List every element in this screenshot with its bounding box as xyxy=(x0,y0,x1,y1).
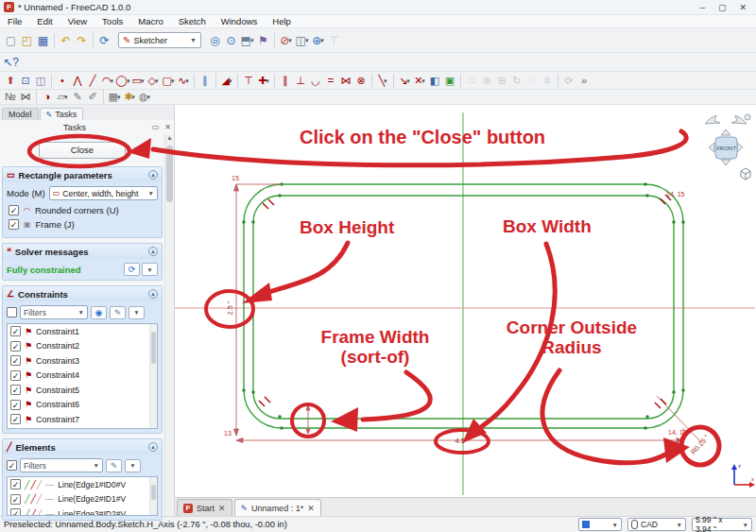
element-checkbox[interactable]: ✓ xyxy=(10,494,21,505)
dropdown-arrow-icon[interactable]: ▾ xyxy=(127,77,130,84)
menu-item-edit[interactable]: Edit xyxy=(29,16,60,26)
render-order-button[interactable]: ◍▾ xyxy=(137,90,152,105)
element-row[interactable]: ✓╱╱╱—Line(Edge3#ID2#V xyxy=(8,506,157,516)
element-settings-dropdown[interactable]: ▼ xyxy=(125,459,141,472)
panel-tab-model[interactable]: Model xyxy=(2,108,39,120)
radius-dimension-label[interactable]: R0.25 " xyxy=(689,433,711,456)
split-edge-button[interactable]: ✕▾ xyxy=(412,73,427,88)
toggle-grid-button[interactable]: ▦▾ xyxy=(107,90,122,105)
constraint-checkbox[interactable]: ✓ xyxy=(10,414,21,424)
dropdown-arrow-icon[interactable]: ▾ xyxy=(320,37,324,43)
dropdown-arrow-icon[interactable]: ▾ xyxy=(141,77,145,84)
menu-item-sketch[interactable]: Sketch xyxy=(171,16,214,26)
create-point-button[interactable]: • xyxy=(55,73,70,88)
dropdown-arrow-icon[interactable]: ▾ xyxy=(185,77,189,84)
dropdown-arrow-icon[interactable]: ▾ xyxy=(229,77,232,84)
dropdown-arrow-icon[interactable]: ▾ xyxy=(171,77,175,84)
constraint-row[interactable]: ✓⚑Constraint2 xyxy=(8,339,157,354)
elements-header[interactable]: ╱ Elements ▲ xyxy=(3,439,162,455)
constraint-row[interactable]: ✓⚑Constraint3 xyxy=(8,353,157,369)
save-file-button[interactable]: ▦ xyxy=(35,33,51,48)
3d-viewport[interactable]: 2.5 " 15 4.5 " 13 14, 15 14, 13 R0.25 " xyxy=(175,105,756,516)
constrain-distance-horizontal-button[interactable]: ✚▾ xyxy=(256,73,271,88)
selection-style-dropdown[interactable]: ▼ xyxy=(578,518,622,531)
elements-filter-dropdown[interactable]: Filters ▼ xyxy=(20,458,103,472)
create-circle-button[interactable]: ◯▾ xyxy=(115,73,130,88)
panel-scrollbar[interactable]: ▲ xyxy=(164,134,174,516)
dimension-button[interactable]: ↘▾ xyxy=(397,73,412,88)
menu-item-macro[interactable]: Macro xyxy=(130,16,170,26)
zoom-selection-button[interactable]: ⊙ xyxy=(223,33,239,48)
dropdown-arrow-icon[interactable]: ▾ xyxy=(131,94,135,100)
toolbar-overflow-button[interactable]: » xyxy=(576,73,592,88)
document-tab-start[interactable]: FStart✕ xyxy=(177,499,232,516)
deactivate-constraints-button[interactable]: ✐ xyxy=(85,90,100,105)
constrain-equal-button[interactable]: = xyxy=(323,73,338,88)
constraint-row[interactable]: ✓⚑Constraint6 xyxy=(8,398,157,413)
element-checkbox[interactable]: ✓ xyxy=(10,508,21,516)
scroll-up-icon[interactable]: ▲ xyxy=(165,134,174,141)
constrain-perpendicular-button[interactable]: ⊥ xyxy=(293,73,308,88)
menu-item-view[interactable]: View xyxy=(60,16,94,26)
navigation-style-dropdown[interactable]: CAD ▼ xyxy=(627,518,686,531)
zoom-tools-button[interactable]: ⊕▾ xyxy=(310,33,326,48)
toggle-snap-button[interactable]: ✱▾ xyxy=(122,90,137,105)
validate-sketch-button[interactable]: ▣ xyxy=(442,73,457,88)
view-sketch-button[interactable]: ⊡ xyxy=(18,73,33,88)
close-panel-icon[interactable]: ✕ xyxy=(162,123,174,131)
close-tab-icon[interactable]: ✕ xyxy=(218,504,226,513)
constraint-checkbox[interactable]: ✓ xyxy=(10,326,21,336)
dropdown-arrow-icon[interactable]: ▾ xyxy=(266,77,269,84)
constraint-row[interactable]: ✓⚑Constraint1 xyxy=(8,324,157,339)
close-task-button[interactable]: Close xyxy=(39,142,126,159)
constrain-block-button[interactable]: ⊗ xyxy=(353,73,369,88)
dropdown-arrow-icon[interactable]: ▾ xyxy=(111,77,114,84)
measure-button[interactable]: ⚑ xyxy=(255,33,271,48)
toggle-construction-mode-button[interactable]: ∥ xyxy=(198,73,213,88)
dropdown-arrow-icon[interactable]: ▾ xyxy=(155,77,159,84)
dropdown-arrow-icon[interactable]: ▾ xyxy=(64,94,68,100)
manual-update-button[interactable]: ⟳ xyxy=(124,263,140,276)
refresh-button[interactable]: ⟳ xyxy=(96,33,112,48)
constraint-row[interactable]: ✓⚑Constraint7 xyxy=(8,412,157,427)
elements-scrollbar[interactable] xyxy=(149,477,157,515)
create-rectangle-button[interactable]: ▭▾ xyxy=(130,73,146,88)
dropdown-arrow-icon[interactable]: ▾ xyxy=(250,37,254,43)
show-hide-constraints-button[interactable]: ◉ xyxy=(91,306,107,319)
constraint-row[interactable]: ✓⚑Constraint4 xyxy=(8,369,157,384)
view-section-button[interactable]: ◫ xyxy=(33,73,48,88)
switch-virtual-space-button[interactable]: ⋈ xyxy=(18,90,33,105)
minimize-button[interactable]: – xyxy=(700,3,705,12)
close-tab-icon[interactable]: ✕ xyxy=(307,504,315,513)
dropdown-arrow-icon[interactable]: ▾ xyxy=(406,77,410,84)
collapse-icon[interactable]: ▲ xyxy=(148,170,158,180)
dropdown-arrow-icon[interactable]: ▾ xyxy=(305,37,309,43)
redo-button[interactable]: ↷ xyxy=(74,33,90,48)
navigation-cube[interactable]: FRONT xyxy=(699,111,752,186)
constraints-filter-dropdown[interactable]: Filters ▼ xyxy=(20,305,88,319)
create-arc-button[interactable]: ◠▾ xyxy=(100,73,115,88)
maximize-button[interactable]: ▢ xyxy=(718,3,727,12)
workbench-selector[interactable]: ✎ Sketcher ▼ xyxy=(118,32,201,48)
create-line-button[interactable]: ╱ xyxy=(85,73,100,88)
dropdown-arrow-icon[interactable]: ▾ xyxy=(147,94,151,100)
document-tab-unnamed[interactable]: ✎Unnamed : 1*✕ xyxy=(234,499,321,516)
constraint-checkbox[interactable]: ✓ xyxy=(10,370,21,381)
undo-button[interactable]: ↶ xyxy=(58,33,74,48)
constrain-tangent-button[interactable]: ◡ xyxy=(308,73,323,88)
dropdown-arrow-icon[interactable]: ▾ xyxy=(384,77,387,84)
element-checkbox[interactable]: ✓ xyxy=(10,479,21,489)
toggle-construction-geometry-button[interactable]: ◑ xyxy=(40,90,55,105)
zoom-fit-all-button[interactable]: ◎ xyxy=(207,33,223,48)
frame-checkbox[interactable]: ✓ xyxy=(9,219,19,230)
menu-item-file[interactable]: File xyxy=(0,16,29,26)
open-file-button[interactable]: ◰ xyxy=(19,33,35,48)
rounded-corners-checkbox[interactable]: ✓ xyxy=(9,205,19,215)
constraint-settings-button[interactable]: ✎ xyxy=(110,306,126,319)
box-element-selection-button[interactable]: ◫▾ xyxy=(294,33,310,48)
mirror-sketch-button[interactable]: ◧ xyxy=(427,73,442,88)
constrain-auto-button[interactable]: ╲▾ xyxy=(375,73,390,88)
constraint-row[interactable]: ✓⚑ xyxy=(8,427,157,430)
constraint-checkbox[interactable]: ✓ xyxy=(10,400,21,410)
elements-select-all-checkbox[interactable]: ✓ xyxy=(7,460,17,471)
